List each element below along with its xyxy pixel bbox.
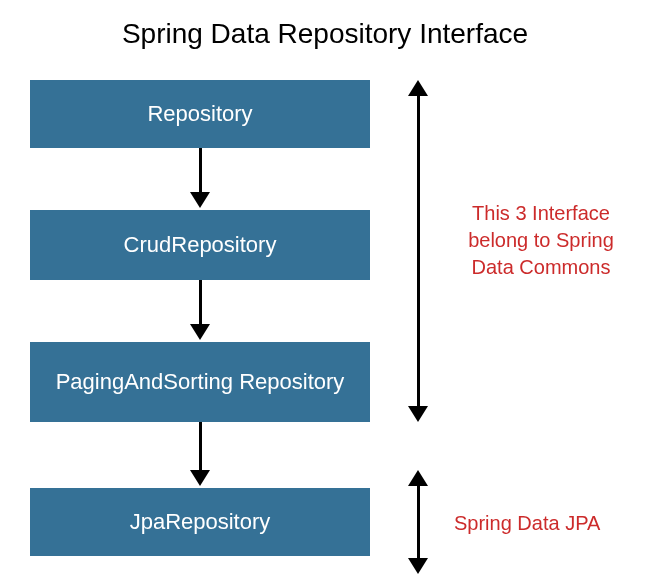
box-repository: Repository (30, 80, 370, 148)
box-jpa-repository: JpaRepository (30, 488, 370, 556)
diagram-area: Repository CrudRepository PagingAndSorti… (0, 70, 650, 570)
box-paging-sorting-repository: PagingAndSorting Repository (30, 342, 370, 422)
annotation-commons: This 3 Interface belong to Spring Data C… (446, 200, 636, 281)
box-crud-repository: CrudRepository (30, 210, 370, 280)
vertical-double-arrow-icon (408, 80, 428, 422)
vertical-double-arrow-icon (408, 470, 428, 574)
annotation-jpa: Spring Data JPA (454, 510, 634, 537)
diagram-title: Spring Data Repository Interface (0, 0, 650, 70)
